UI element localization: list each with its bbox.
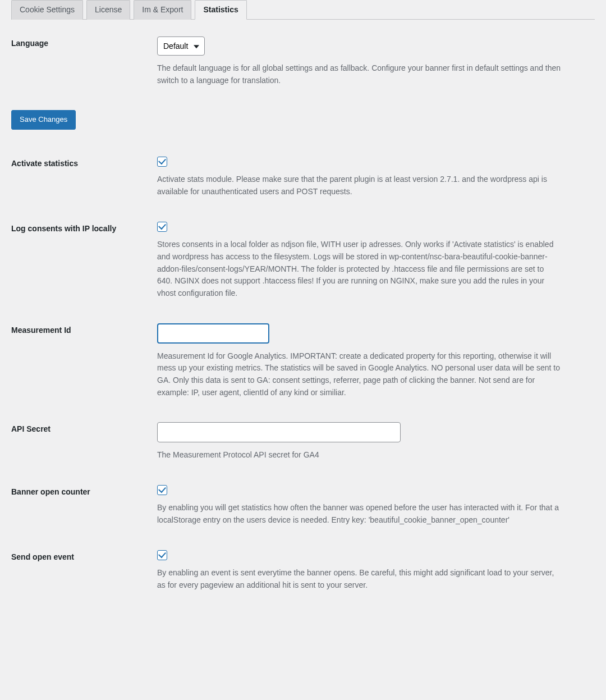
tab-license[interactable]: License	[86, 0, 130, 20]
send-open-event-label: Send open event	[11, 550, 157, 561]
tab-cookie-settings[interactable]: Cookie Settings	[11, 0, 83, 20]
row-banner-open-counter: Banner open counter By enabling you will…	[11, 485, 595, 527]
tab-im-export[interactable]: Im & Export	[134, 0, 191, 20]
banner-open-counter-label: Banner open counter	[11, 485, 157, 496]
api-secret-description: The Measurement Protocol API secret for …	[157, 449, 561, 461]
api-secret-label: API Secret	[11, 422, 157, 433]
row-measurement-id: Measurement Id Measurement Id for Google…	[11, 323, 595, 399]
tabs-nav: Cookie Settings License Im & Export Stat…	[11, 0, 595, 20]
send-open-event-description: By enabling an event is sent everytime t…	[157, 567, 561, 591]
activate-statistics-label: Activate statistics	[11, 157, 157, 168]
measurement-id-input[interactable]	[157, 323, 269, 344]
activate-statistics-description: Activate stats module. Please make sure …	[157, 173, 561, 198]
row-log-consents: Log consents with IP locally Stores cons…	[11, 222, 595, 300]
language-select[interactable]: Default	[157, 36, 205, 56]
log-consents-checkbox[interactable]	[157, 222, 167, 232]
measurement-id-description: Measurement Id for Google Analytics. IMP…	[157, 350, 561, 399]
row-api-secret: API Secret The Measurement Protocol API …	[11, 422, 595, 461]
log-consents-label: Log consents with IP locally	[11, 222, 157, 233]
row-activate-statistics: Activate statistics Activate stats modul…	[11, 157, 595, 198]
api-secret-input[interactable]	[157, 422, 401, 442]
activate-statistics-checkbox[interactable]	[157, 157, 167, 167]
banner-open-counter-checkbox[interactable]	[157, 485, 167, 495]
row-send-open-event: Send open event By enabling an event is …	[11, 550, 595, 592]
banner-open-counter-description: By enabling you will get statistics how …	[157, 502, 561, 526]
language-description: The default language is for all global s…	[157, 62, 561, 86]
language-label: Language	[11, 36, 157, 48]
row-language: Language Default The default language is…	[11, 36, 595, 86]
send-open-event-checkbox[interactable]	[157, 550, 167, 560]
log-consents-description: Stores consents in a local folder as ndj…	[157, 239, 561, 299]
tab-statistics[interactable]: Statistics	[195, 0, 246, 20]
save-button[interactable]: Save Changes	[11, 110, 76, 130]
measurement-id-label: Measurement Id	[11, 323, 157, 335]
